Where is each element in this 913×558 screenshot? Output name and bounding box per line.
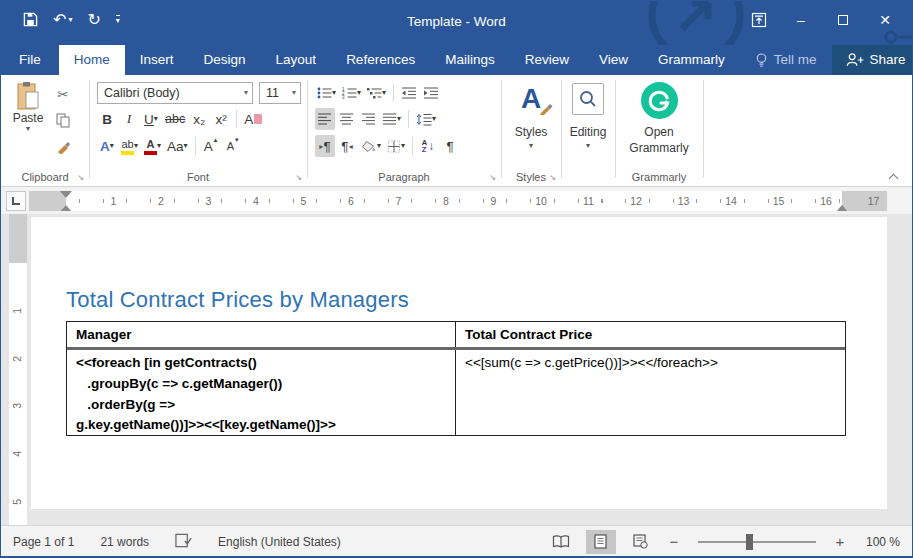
text-effects-button[interactable]: A ▾ [97, 135, 117, 157]
open-grammarly-button[interactable]: Open Grammarly [615, 82, 703, 155]
chevron-down-icon: ▾ [110, 142, 114, 150]
line-spacing-button[interactable]: ▾ [414, 108, 438, 130]
web-layout-button[interactable] [626, 530, 656, 554]
tab-design[interactable]: Design [189, 45, 261, 75]
open-grammarly-label-line2: Grammarly [629, 141, 688, 155]
font-size-combo[interactable]: 11 ▾ [259, 82, 301, 104]
pilcrow-icon: ¶ [323, 139, 330, 154]
underline-button[interactable]: U ▾ [141, 108, 161, 130]
print-layout-button[interactable] [586, 530, 616, 554]
rtl-text-direction-button[interactable]: ¶ ◂ [337, 135, 357, 157]
right-indent-marker[interactable] [836, 199, 848, 211]
template-code-line[interactable]: .groupBy(c => c.getManager()) [76, 374, 455, 395]
bold-button[interactable]: B [97, 108, 117, 130]
table-header-total-price[interactable]: Total Contract Price [456, 322, 845, 347]
page-count-status[interactable]: Page 1 of 1 [13, 535, 74, 549]
shading-button[interactable]: ▾ [359, 135, 383, 157]
underline-dropdown-icon[interactable]: ▾ [154, 115, 158, 123]
zoom-in-button[interactable]: + [832, 533, 848, 550]
copy-button[interactable] [53, 109, 73, 131]
tab-file[interactable]: File [1, 45, 59, 75]
ruler-number: 14 [707, 191, 755, 211]
shrink-font-button[interactable]: A ▾ [223, 135, 243, 157]
proofing-status-button[interactable] [175, 533, 192, 551]
template-code-line[interactable]: <<[sum(c => c.getPrice())]>><</foreach>> [465, 353, 845, 374]
window-controls: – ✕ [738, 7, 906, 33]
template-code-line[interactable]: .orderBy(g => [76, 395, 455, 416]
paragraph-dialog-launcher[interactable]: ↘ [489, 173, 496, 182]
align-center-button[interactable] [337, 108, 357, 130]
table-header-manager[interactable]: Manager [67, 322, 456, 347]
change-case-button[interactable]: Aa ▾ [165, 135, 190, 157]
tab-grammarly[interactable]: Grammarly [643, 45, 740, 75]
numbering-button[interactable]: 123 ▾ [340, 82, 363, 104]
italic-button[interactable]: I [119, 108, 139, 130]
share-button[interactable]: Share [832, 45, 913, 75]
clear-formatting-button[interactable]: A [242, 108, 264, 130]
chevron-down-icon: ▾ [184, 142, 188, 150]
read-mode-button[interactable] [546, 530, 576, 554]
template-code-line[interactable]: <<foreach [in getContracts() [76, 353, 455, 374]
font-color-button[interactable]: A ▾ [142, 135, 163, 157]
tab-home[interactable]: Home [59, 45, 125, 75]
styles-button[interactable]: A Styles ▾ [501, 83, 561, 150]
word-count-status[interactable]: 21 words [100, 535, 149, 549]
multilevel-list-button[interactable]: ▾ [365, 82, 388, 104]
document-heading[interactable]: Total Contract Prices by Managers [66, 287, 409, 313]
highlight-button[interactable]: ab ▾ [119, 135, 140, 157]
align-left-button[interactable] [315, 108, 335, 130]
language-status[interactable]: English (United States) [218, 535, 341, 549]
increase-indent-button[interactable] [421, 82, 441, 104]
justify-button[interactable]: ▾ [381, 108, 403, 130]
tab-review[interactable]: Review [510, 45, 584, 75]
paste-button[interactable]: Paste ▾ [7, 81, 49, 133]
align-right-button[interactable] [359, 108, 379, 130]
show-hide-marks-button[interactable]: ¶ [440, 135, 460, 157]
paste-dropdown-icon[interactable]: ▾ [26, 125, 30, 133]
horizontal-ruler-numbers: 1234567891011121314151617 [90, 191, 887, 211]
template-code-line[interactable]: g.key.getName())]>><<[key.getName()]>> [76, 415, 455, 436]
tab-layout[interactable]: Layout [261, 45, 332, 75]
ribbon-display-options-button[interactable] [738, 7, 780, 33]
zoom-slider-thumb[interactable] [746, 534, 753, 550]
editing-button-label: Editing [570, 125, 607, 139]
clipboard-dialog-launcher[interactable]: ↘ [77, 173, 84, 182]
tab-mailings[interactable]: Mailings [430, 45, 510, 75]
maximize-button[interactable] [822, 7, 864, 33]
font-name-combo[interactable]: Calibri (Body) ▾ [97, 82, 253, 104]
font-dialog-launcher[interactable]: ↘ [295, 173, 302, 182]
minimize-button[interactable]: – [780, 7, 822, 33]
multilevel-list-icon [367, 87, 382, 99]
strikethrough-button[interactable]: abc [163, 108, 187, 130]
tab-view[interactable]: View [584, 45, 643, 75]
table-cell-manager-template[interactable]: <<foreach [in getContracts() .groupBy(c … [67, 350, 456, 435]
document-table[interactable]: Manager Total Contract Price <<foreach [… [66, 321, 846, 436]
collapse-ribbon-button[interactable] [890, 172, 900, 182]
bullets-button[interactable]: ▾ [315, 82, 338, 104]
ltr-text-direction-button[interactable]: ▸ ¶ [315, 135, 335, 157]
borders-button[interactable]: ▾ [385, 135, 407, 157]
editing-button[interactable]: Editing ▾ [561, 83, 615, 150]
zoom-out-button[interactable]: − [666, 533, 682, 550]
sort-button[interactable]: A Z ↓ [418, 135, 438, 157]
document-page[interactable]: Total Contract Prices by Managers Manage… [31, 217, 887, 509]
cut-button[interactable]: ✂ [53, 83, 73, 105]
close-button[interactable]: ✕ [864, 7, 906, 33]
grow-font-button[interactable]: A ▴ [201, 135, 221, 157]
decrease-indent-button[interactable] [399, 82, 419, 104]
hanging-indent-marker[interactable] [60, 199, 72, 211]
tell-me-label: Tell me [774, 45, 817, 75]
zoom-slider[interactable] [698, 541, 816, 543]
tab-references[interactable]: References [331, 45, 430, 75]
styles-dialog-launcher[interactable]: ↘ [549, 173, 556, 182]
tell-me-box[interactable]: Tell me [740, 45, 832, 75]
format-painter-button[interactable] [53, 135, 73, 157]
table-cell-total-price-template[interactable]: <<[sum(c => c.getPrice())]>><</foreach>> [456, 350, 845, 435]
zoom-level[interactable]: 100 % [866, 535, 900, 549]
justify-icon [383, 113, 397, 125]
tab-stop-selector[interactable] [6, 191, 26, 211]
superscript-button[interactable]: x² [211, 108, 231, 130]
tab-insert[interactable]: Insert [125, 45, 189, 75]
subscript-button[interactable]: x₂ [189, 108, 209, 130]
cut-icon: ✂ [57, 86, 68, 102]
